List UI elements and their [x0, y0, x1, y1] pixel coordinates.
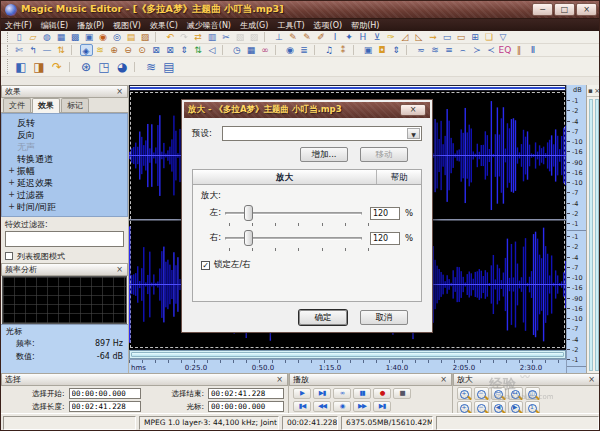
drop-anchor-icon[interactable]: ⊥	[273, 31, 286, 43]
mixer-icon[interactable]: ≣	[298, 44, 311, 56]
menu-item[interactable]: 编辑(E)	[41, 20, 68, 31]
volume-ramp-up-icon[interactable]: ◿	[399, 31, 412, 43]
preset-combobox[interactable]: ▼	[222, 126, 422, 141]
effects-panel-close-icon[interactable]: ×	[115, 87, 124, 96]
converge-icon[interactable]: ≻	[471, 44, 484, 56]
cancel-edit-icon[interactable]: ✐	[315, 31, 328, 43]
effect-item[interactable]: +振幅	[6, 165, 127, 177]
play-circled-button[interactable]: ◉	[333, 401, 351, 412]
tab-标记[interactable]: 标记	[61, 98, 89, 112]
dialog-close-button[interactable]: ×	[400, 104, 426, 116]
zoom-selection-button[interactable]: ▭	[491, 387, 506, 400]
capture-box-icon[interactable]: ▣	[362, 44, 375, 56]
trim-selection-icon[interactable]: ✄	[13, 44, 26, 56]
open-file-icon[interactable]: ▱	[27, 31, 40, 43]
bend-curve-icon[interactable]: ↷	[49, 59, 66, 75]
menu-item[interactable]: 减少噪音(N)	[187, 20, 231, 31]
left-channel-slider[interactable]	[225, 204, 362, 222]
tab-help[interactable]: 帮助	[377, 170, 421, 184]
cancel-button[interactable]: 取消	[360, 310, 408, 325]
list-view-checkbox[interactable]	[5, 252, 13, 260]
undo-zoom-icon[interactable]: ↰	[27, 44, 40, 56]
menu-item[interactable]: 效果(C)	[150, 20, 178, 31]
fade-in-edit-icon[interactable]: ✎	[287, 31, 300, 43]
left-value-input[interactable]: 120	[370, 207, 400, 220]
ibeam-select-icon[interactable]: Ι	[329, 31, 342, 43]
crossfade-icon[interactable]: ✦	[343, 31, 356, 43]
record-meter-icon[interactable]: ◉	[284, 44, 297, 56]
tab-amplify[interactable]: 放大	[193, 170, 377, 184]
filter-input[interactable]	[5, 231, 124, 247]
diverge-icon[interactable]: ≺	[485, 44, 498, 56]
wave-list-icon[interactable]: ≋	[143, 59, 160, 75]
minimize-button[interactable]: −	[532, 3, 553, 16]
rewind-button[interactable]: ◀◀	[313, 401, 331, 412]
save-icon[interactable]: ▦	[55, 31, 68, 43]
zoom-window-icon[interactable]: ⊠	[150, 44, 163, 56]
stop-button[interactable]: ■	[393, 388, 411, 399]
loop-region-alt-icon[interactable]: ▭	[455, 31, 468, 43]
selection-start-input[interactable]	[69, 388, 141, 399]
play-button[interactable]: ▶	[293, 388, 311, 399]
loop-region-icon[interactable]: ▭	[441, 31, 454, 43]
fade-gate-in-icon[interactable]: ◧	[13, 59, 30, 75]
mute-monitor-icon[interactable]: ◁	[206, 44, 219, 56]
export-frame-icon[interactable]: ◳	[96, 59, 113, 75]
loop-play-button[interactable]: ∞	[333, 388, 351, 399]
effect-item[interactable]: +时间/间距	[6, 201, 127, 213]
level-sliders-icon[interactable]: ‖	[513, 44, 526, 56]
hourglass-icon[interactable]: Ⅱ	[527, 44, 540, 56]
bracket-select-icon[interactable]: Η	[357, 31, 370, 43]
envelope-tool-icon[interactable]: ≋	[94, 44, 107, 56]
timeline-ruler[interactable]: hms 0:25.00:50.01:15.01:40.02:05.02:30.0	[129, 359, 566, 373]
frequency-panel-close-icon[interactable]: ×	[115, 265, 124, 274]
preset-form-icon[interactable]: ▤	[161, 59, 178, 75]
effect-item[interactable]: 反向	[6, 129, 127, 141]
eq-rainbow-icon[interactable]: EQ	[499, 44, 512, 56]
send-effect-icon[interactable]: ⇝	[427, 31, 440, 43]
combobox-dropdown-icon[interactable]: ▼	[407, 128, 420, 139]
nudge-updown-icon[interactable]: ⇕	[390, 44, 403, 56]
maximize-button[interactable]: □	[554, 3, 575, 16]
frame-view-icon[interactable]: ▦	[245, 44, 258, 56]
effect-item[interactable]: 转换通道	[6, 153, 127, 165]
scroll-channels-icon[interactable]: ⇅	[192, 44, 205, 56]
save-selection-icon[interactable]: ▣	[83, 31, 96, 43]
zoom-preset-out-icon[interactable]: ⊖	[122, 44, 135, 56]
selection-length-input[interactable]	[69, 401, 141, 412]
menu-item[interactable]: 选项(O)	[314, 20, 343, 31]
stopwatch-icon[interactable]: ◷	[231, 44, 244, 56]
menu-item[interactable]: 文件(F)	[5, 20, 32, 31]
meter-close-icon[interactable]: ×	[594, 87, 600, 95]
swap-channels-icon[interactable]: ⇅	[55, 44, 68, 56]
right-slider-thumb[interactable]	[244, 230, 253, 246]
music-notes-icon[interactable]: ♫	[323, 44, 336, 56]
import-marker-icon[interactable]: ⊻	[371, 31, 384, 43]
grid-snap-icon[interactable]: ⊞	[469, 31, 482, 43]
volume-ramp-down-icon[interactable]: ◺	[413, 31, 426, 43]
copy-to-new-icon[interactable]: ❏	[483, 31, 496, 43]
menu-item[interactable]: 生成(G)	[240, 20, 268, 31]
zoom-edges-button[interactable]: ◫	[525, 387, 540, 400]
ok-button[interactable]: 确定	[299, 310, 347, 325]
batch-convert-icon[interactable]: ▤	[125, 31, 138, 43]
web-media-icon[interactable]: ⊛	[78, 59, 95, 75]
menu-item[interactable]: 视图(V)	[113, 20, 141, 31]
fast-forward-button[interactable]: ▶▶	[353, 401, 371, 412]
add-preset-button[interactable]: 增加...	[300, 147, 348, 162]
scroll-vertical-icon[interactable]: ⇕	[178, 44, 191, 56]
eq-peak-icon[interactable]: ⌢	[457, 44, 470, 56]
go-to-end-button[interactable]: ▶▮	[373, 401, 391, 412]
record-button[interactable]: ●	[373, 388, 391, 399]
repeat-action-icon[interactable]: ⇄	[192, 31, 205, 43]
eq-bands-icon[interactable]: ≡	[443, 44, 456, 56]
zoom-preset-in-icon[interactable]: ⊕	[108, 44, 121, 56]
pause-button[interactable]: ▮▮	[353, 388, 371, 399]
menu-item[interactable]: 播放(P)	[77, 20, 104, 31]
zoom-window-out-icon[interactable]: ⊠	[164, 44, 177, 56]
edit-tags-icon[interactable]: ▨	[139, 31, 152, 43]
right-value-input[interactable]: 120	[370, 232, 400, 245]
effect-item[interactable]: 反转	[6, 117, 127, 129]
draw-envelope-icon[interactable]: ✑	[385, 31, 398, 43]
pitch-levels-icon[interactable]: ⁑	[337, 44, 350, 56]
